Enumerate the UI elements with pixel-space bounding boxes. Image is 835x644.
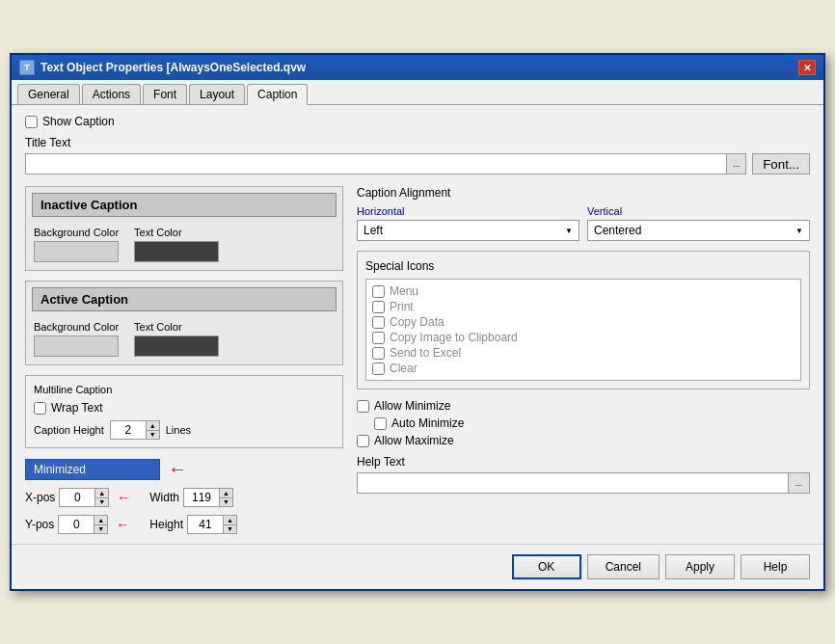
copy-image-checkbox[interactable] (372, 332, 385, 344)
help-text-section: Help Text ... (357, 455, 810, 494)
font-button[interactable]: Font... (752, 153, 810, 174)
inactive-text-col: Text Color (134, 227, 219, 262)
height-down[interactable]: ▼ (224, 525, 236, 534)
red-arrow-ypos: ← (116, 517, 129, 532)
help-text-input[interactable] (357, 472, 789, 494)
inactive-text-label: Text Color (134, 227, 219, 238)
ypos-row: Y-pos ▲ ▼ ← (25, 515, 130, 534)
ok-button[interactable]: OK (512, 554, 581, 579)
width-down[interactable]: ▼ (220, 498, 232, 507)
horizontal-dropdown[interactable]: Left ▼ (357, 220, 579, 241)
special-icons-list: Menu Print Copy Data Copy Image to (365, 279, 801, 381)
ypos-up[interactable]: ▲ (94, 516, 107, 525)
tab-font[interactable]: Font (143, 84, 187, 104)
ypos-spinner[interactable]: ▲ ▼ (58, 515, 108, 534)
align-grid: Horizontal Left ▼ Vertical Centered ▼ (357, 205, 810, 241)
clear-label: Clear (390, 362, 418, 375)
caption-height-input[interactable] (111, 421, 146, 439)
wrap-text-checkbox[interactable] (34, 402, 46, 415)
title-text-row: ... Font... (25, 153, 810, 174)
copy-data-checkbox[interactable] (372, 316, 385, 329)
xpos-spinner[interactable]: ▲ ▼ (59, 488, 109, 507)
active-bg-label: Background Color (34, 321, 119, 333)
minimized-dropdown[interactable]: Minimized (25, 459, 160, 480)
width-up[interactable]: ▲ (220, 489, 232, 498)
active-bg-col: Background Color (34, 321, 119, 357)
allow-maximize-label: Allow Maximize (374, 434, 454, 447)
apply-button[interactable]: Apply (665, 554, 735, 579)
allow-minimize-row: Allow Minimize (357, 399, 810, 413)
xpos-up[interactable]: ▲ (95, 489, 108, 498)
close-button[interactable]: ✕ (798, 60, 816, 75)
help-text-wrapper: ... (357, 472, 810, 494)
menu-checkbox[interactable] (372, 285, 385, 298)
active-text-swatch[interactable] (134, 335, 219, 357)
inactive-bg-col: Background Color (34, 227, 119, 262)
minimized-area: Minimized ← X-pos (25, 458, 343, 534)
position-area: X-pos ▲ ▼ ← (25, 488, 343, 534)
width-spinner[interactable]: ▲ ▼ (183, 488, 233, 507)
menu-label: Menu (390, 284, 418, 298)
vertical-col: Vertical Centered ▼ (587, 205, 810, 241)
horizontal-col: Horizontal Left ▼ (357, 205, 579, 241)
cancel-button[interactable]: Cancel (587, 554, 660, 579)
height-spinner[interactable]: ▲ ▼ (187, 515, 237, 534)
allow-minimize-checkbox[interactable] (357, 400, 369, 413)
height-up[interactable]: ▲ (224, 516, 236, 525)
tab-actions[interactable]: Actions (82, 84, 141, 104)
show-caption-checkbox[interactable] (25, 116, 38, 128)
active-text-col: Text Color (134, 321, 219, 357)
title-text-field: ... (25, 153, 746, 174)
title-text-input[interactable] (26, 154, 724, 174)
caption-align-title: Caption Alignment (357, 186, 810, 200)
print-checkbox[interactable] (372, 301, 385, 313)
show-caption-row: Show Caption (25, 115, 810, 128)
wrap-text-label: Wrap Text (51, 401, 103, 415)
width-input[interactable] (184, 489, 219, 506)
active-bg-swatch[interactable] (34, 335, 119, 357)
copy-image-label: Copy Image to Clipboard (390, 331, 518, 344)
ypos-input[interactable] (59, 516, 94, 533)
tab-layout[interactable]: Layout (189, 84, 245, 104)
inactive-text-swatch[interactable] (134, 241, 219, 262)
wrap-text-row: Wrap Text (34, 401, 335, 415)
allow-section: Allow Minimize Auto Minimize Allow Maxim… (357, 399, 810, 447)
auto-minimize-checkbox[interactable] (374, 417, 387, 430)
list-item: Send to Excel (370, 345, 796, 361)
show-caption-label: Show Caption (42, 115, 115, 128)
help-text-dots-button[interactable]: ... (789, 472, 810, 494)
vertical-value: Centered (594, 224, 641, 237)
allow-maximize-checkbox[interactable] (357, 435, 369, 447)
auto-minimize-label: Auto Minimize (391, 416, 464, 430)
inactive-caption-section: Inactive Caption Background Color Text C… (25, 186, 343, 271)
xpos-input[interactable] (60, 489, 94, 506)
vertical-arrow-icon: ▼ (795, 227, 803, 235)
inactive-bg-label: Background Color (34, 227, 119, 238)
left-panel: Inactive Caption Background Color Text C… (25, 186, 343, 534)
help-text-label: Help Text (357, 455, 810, 469)
tab-general[interactable]: General (17, 84, 80, 104)
caption-align-section: Caption Alignment Horizontal Left ▼ Vert… (357, 186, 810, 241)
xpos-down[interactable]: ▼ (95, 498, 108, 507)
tab-caption[interactable]: Caption (247, 84, 308, 105)
help-button[interactable]: Help (741, 554, 810, 579)
send-excel-checkbox[interactable] (372, 347, 385, 360)
caption-height-spinner[interactable]: ▲ ▼ (110, 420, 160, 440)
caption-height-down[interactable]: ▼ (147, 431, 159, 440)
ypos-down[interactable]: ▼ (94, 525, 107, 534)
arrow-annotation: ← (168, 458, 187, 480)
copy-data-label: Copy Data (390, 315, 444, 329)
caption-height-arrows[interactable]: ▲ ▼ (146, 421, 159, 439)
special-icons-section: Special Icons Menu Print Copy Data (357, 251, 810, 389)
height-input[interactable] (188, 516, 223, 533)
inactive-bg-swatch[interactable] (34, 241, 119, 262)
title-text-dots-button[interactable]: ... (726, 154, 745, 174)
allow-minimize-label: Allow Minimize (374, 399, 450, 413)
caption-height-up[interactable]: ▲ (147, 421, 159, 431)
tab-bar: General Actions Font Layout Caption (12, 80, 823, 105)
vertical-dropdown[interactable]: Centered ▼ (587, 220, 810, 241)
clear-checkbox[interactable] (372, 362, 385, 375)
special-icons-title: Special Icons (365, 259, 801, 273)
multiline-title: Multiline Caption (34, 384, 335, 395)
auto-minimize-row: Auto Minimize (357, 416, 810, 430)
